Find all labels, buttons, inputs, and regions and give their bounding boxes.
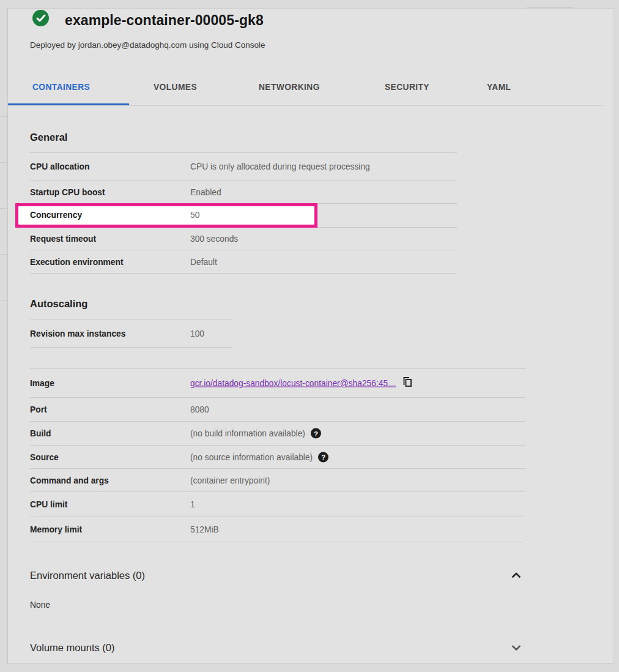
- row-label: Execution environment: [30, 257, 124, 266]
- tab-networking[interactable]: NETWORKING: [259, 83, 320, 92]
- row-label: Revision max instances: [30, 329, 125, 338]
- row-value: 100: [190, 329, 204, 338]
- row-value: (no build information available): [190, 429, 305, 438]
- row-label: Port: [30, 405, 47, 414]
- row-value: 512MiB: [190, 525, 219, 534]
- chevron-down-icon[interactable]: [509, 640, 524, 655]
- background-divider: [0, 208, 7, 209]
- row-value: 8080: [190, 405, 209, 414]
- table-row-image: Image gcr.io/datadog-sandbox/locust-cont…: [30, 369, 525, 398]
- table-row: CPU allocation CPU is only allocated dur…: [30, 153, 457, 181]
- background-divider: [0, 116, 7, 117]
- background-divider: [0, 254, 7, 255]
- table-row-source: Source (no source information available)…: [30, 446, 525, 469]
- table-row: Revision max instances 100: [30, 319, 232, 348]
- tab-volumes[interactable]: VOLUMES: [154, 83, 197, 92]
- row-value: Enabled: [190, 187, 221, 196]
- table-row: CPU limit 1: [30, 492, 525, 517]
- tab-yaml[interactable]: YAML: [487, 83, 511, 92]
- row-label: Memory limit: [30, 525, 82, 534]
- row-value: 1: [190, 500, 195, 509]
- chevron-up-icon[interactable]: [509, 568, 524, 583]
- row-value: Default: [190, 257, 217, 266]
- row-value: 300 seconds: [190, 234, 238, 244]
- env-variables-empty-text: None: [30, 600, 50, 610]
- copy-icon[interactable]: [402, 377, 413, 390]
- row-label: Build: [30, 429, 51, 438]
- table-row-build: Build (no build information available) ?: [30, 422, 525, 446]
- section-heading-general: General: [30, 132, 67, 143]
- tab-bar-divider: [8, 105, 603, 106]
- row-value: (container entrypoint): [190, 476, 270, 485]
- annotation-highlight-box: Concurrency 50: [15, 203, 317, 228]
- background-divider: [0, 300, 7, 301]
- container-table: Image gcr.io/datadog-sandbox/locust-cont…: [30, 368, 525, 542]
- tab-security[interactable]: SECURITY: [385, 83, 429, 92]
- image-link[interactable]: gcr.io/datadog-sandbox/locust-container@…: [190, 379, 396, 388]
- row-label: CPU limit: [30, 500, 67, 509]
- check-circle-icon: [32, 10, 49, 26]
- table-row: Port 8080: [30, 398, 525, 422]
- page-title: example-container-00005-gk8: [65, 12, 264, 29]
- row-label: CPU allocation: [30, 162, 89, 171]
- autoscaling-table: Revision max instances 100: [30, 319, 232, 348]
- table-row: Request timeout 300 seconds: [30, 228, 457, 250]
- deployed-by-subtitle: Deployed by jordan.obey@datadoghq.com us…: [30, 40, 265, 50]
- highlighted-row-label: Concurrency: [30, 206, 82, 225]
- background-divider: [0, 162, 7, 163]
- row-label: Image: [30, 379, 54, 388]
- row-value: CPU is only allocated during request pro…: [190, 162, 370, 171]
- tab-containers[interactable]: CONTAINERS: [32, 83, 90, 92]
- row-label: Source: [30, 452, 59, 461]
- table-row: Memory limit 512MiB: [30, 517, 525, 542]
- section-heading-autoscaling: Autoscaling: [30, 298, 87, 310]
- revision-details-panel: example-container-00005-gk8 Deployed by …: [0, 0, 619, 672]
- table-row: Execution environment Default: [30, 250, 457, 274]
- env-variables-label: Environment variables (0): [30, 570, 145, 581]
- highlighted-row-value: 50: [190, 206, 199, 225]
- containers-tab-panel: example-container-00005-gk8 Deployed by …: [7, 8, 614, 664]
- help-icon[interactable]: ?: [318, 452, 328, 462]
- table-row: Startup CPU boost Enabled: [30, 181, 457, 204]
- row-value: (no source information available): [190, 452, 313, 461]
- env-variables-section-header[interactable]: Environment variables (0): [30, 566, 525, 584]
- row-label: Startup CPU boost: [30, 187, 105, 196]
- row-label: Request timeout: [30, 234, 96, 244]
- volume-mounts-label: Volume mounts (0): [30, 642, 114, 654]
- table-row: Command and args (container entrypoint): [30, 469, 525, 492]
- row-label: Command and args: [30, 476, 109, 485]
- help-icon[interactable]: ?: [311, 428, 321, 439]
- volume-mounts-section-header[interactable]: Volume mounts (0): [30, 638, 525, 657]
